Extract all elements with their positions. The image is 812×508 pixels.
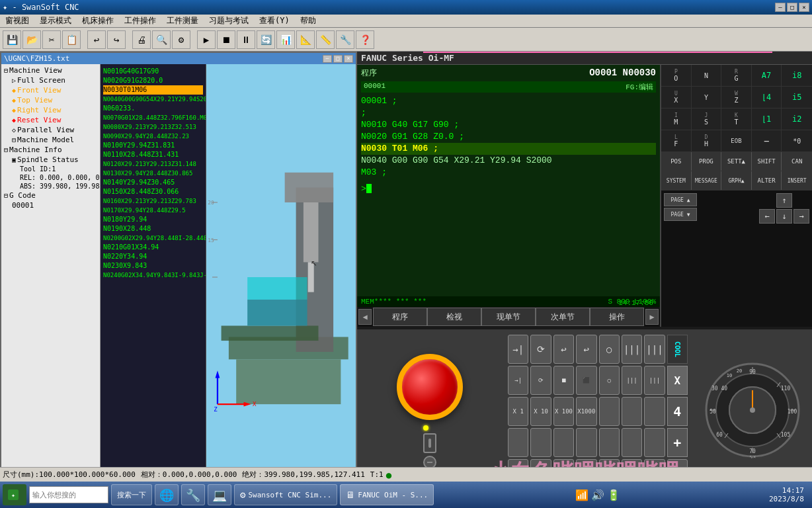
ctrl-btn-row4-1[interactable] [508, 428, 528, 457]
menu-help[interactable]: 帮助 [295, 15, 321, 27]
cnc-scroll-right[interactable]: ▶ [645, 309, 659, 325]
toolbar-btn-18[interactable]: ❓ [356, 30, 374, 49]
key-Y[interactable]: Y [692, 87, 722, 108]
key-ALTER[interactable]: ALTER [752, 171, 782, 190]
num-4-button[interactable]: 4 [667, 397, 688, 426]
ctrl-btn-row4-2[interactable] [530, 428, 551, 457]
menu-machine[interactable]: 机床操作 [77, 15, 119, 27]
menu-view[interactable]: 查看(Y) [254, 15, 295, 27]
fanuc-app-btn[interactable]: 🖥 FANUC OiM - S... [340, 484, 434, 505]
key-i5[interactable]: i5 [782, 87, 812, 108]
cnc-btn-single-block[interactable]: 现单节 [481, 308, 536, 326]
toolbar-btn-14[interactable]: 📊 [276, 30, 295, 49]
cad-maximize[interactable]: □ [333, 55, 343, 63]
cnc-btn-next-block[interactable]: 次单节 [536, 308, 590, 326]
key-POS[interactable]: POS [661, 152, 692, 171]
toolbar-btn-3[interactable]: ✂️ [42, 30, 61, 49]
ctrl-x1000-btn[interactable]: X1000 [576, 397, 596, 426]
key-PO[interactable]: PO [661, 65, 692, 86]
tree-machine-view[interactable]: ⊟Machine View [3, 65, 99, 75]
toolbar-btn-6[interactable]: ↪ [107, 30, 126, 49]
key-SHIFT[interactable]: SHIFT [752, 152, 782, 171]
ctrl-btn-r5[interactable]: ||| [644, 366, 665, 395]
toolbar-btn-2[interactable]: 📂 [22, 30, 41, 49]
ctrl-btn-stop[interactable]: ⏹ [553, 366, 574, 395]
cnc-scroll-left[interactable]: ◀ [358, 309, 372, 325]
key-DH[interactable]: DH [692, 130, 722, 151]
toolbar-btn-8[interactable]: 🔍 [152, 30, 171, 49]
taskbar-icon-2[interactable]: 🔧 [181, 484, 205, 505]
key-4-top[interactable]: ⌊4 [752, 87, 782, 108]
key-KT[interactable]: KT [721, 108, 752, 130]
key-JS[interactable]: JS [692, 108, 722, 130]
key-LF[interactable]: LF [661, 130, 692, 151]
key-INSERT[interactable]: INSERT [782, 171, 812, 190]
key-WZ[interactable]: WZ [721, 87, 752, 108]
ctrl-btn-2[interactable]: ⟳ [530, 335, 551, 364]
cnc-btn-program[interactable]: 程序 [373, 308, 427, 326]
toolbar-btn-11[interactable]: ⏹ [217, 30, 235, 49]
key-i8[interactable]: i8 [782, 65, 812, 86]
menu-window[interactable]: 窗视图 [0, 15, 34, 27]
ctrl-btn-7[interactable]: ||| [644, 335, 665, 364]
key-CAN[interactable]: CAN [782, 152, 812, 171]
ctrl-btn-1[interactable]: →| [508, 335, 528, 364]
cnc-btn-check[interactable]: 检视 [427, 308, 481, 326]
plus-button[interactable]: + [667, 428, 688, 457]
taskbar-icon-1[interactable]: 🌐 [155, 484, 179, 505]
toolbar-btn-5[interactable]: ↩ [87, 30, 106, 49]
tree-parallel-view[interactable]: ◇Parallel View [3, 125, 99, 135]
key-i2[interactable]: i2 [782, 108, 812, 130]
key-minus[interactable]: − [752, 130, 782, 151]
key-PROG[interactable]: PROG [692, 152, 722, 171]
taskbar-start[interactable]: ✦ [3, 484, 26, 505]
page-up-key[interactable]: PAGE ▲ [664, 193, 697, 206]
key-star0[interactable]: *0 [782, 130, 812, 151]
tree-gcode[interactable]: ⊟G Code [3, 190, 99, 200]
arrow-left-key[interactable]: ← [759, 209, 775, 224]
key-A7[interactable]: A7 [752, 65, 782, 86]
ctrl-x10-btn[interactable]: X 10 [530, 397, 551, 426]
minimize-btn[interactable]: – [775, 3, 786, 12]
toolbar-btn-17[interactable]: 🔧 [336, 30, 354, 49]
menu-display[interactable]: 显示模式 [34, 15, 77, 27]
key-MESSAGE[interactable]: MESSAGE [692, 171, 722, 190]
ctrl-btn-4[interactable]: ↩ [576, 335, 596, 364]
arrow-down-key[interactable]: ↓ [776, 209, 792, 224]
ctrl-btn-r4[interactable]: ||| [622, 366, 642, 395]
viewport-3d[interactable]: 20 15 Z X ↖ Z X wanSoft CNC [206, 64, 356, 490]
ctrl-x1-btn[interactable]: X 1 [508, 397, 528, 426]
ctrl-btn-r3b[interactable] [622, 397, 642, 426]
ctrl-btn-row4-6[interactable] [622, 428, 642, 457]
key-GRPH[interactable]: GRPH▲ [721, 171, 752, 190]
tree-machine-model[interactable]: ⊟Machine Model [3, 135, 99, 145]
tree-machine-info[interactable]: ⊟Machine Info [3, 145, 99, 155]
key-UX[interactable]: UX [661, 87, 692, 108]
ctrl-btn-rev[interactable]: ⟳ [530, 366, 551, 395]
ctrl-btn-6[interactable]: ||| [622, 335, 642, 364]
toolbar-btn-16[interactable]: 📏 [316, 30, 335, 49]
ctrl-btn-r2[interactable]: ⬛ [576, 366, 596, 395]
key-IM[interactable]: IM [661, 108, 692, 130]
cad-close[interactable]: × [344, 55, 353, 63]
key-SETT[interactable]: SETT▲ [721, 152, 752, 171]
toolbar-btn-1[interactable]: 💾 [3, 30, 21, 49]
tree-full-screen[interactable]: ▷Full Screen [3, 75, 99, 85]
key-N[interactable]: N [692, 65, 722, 86]
ctrl-btn-row4-3[interactable] [553, 428, 574, 457]
key-EOB[interactable]: EOB [721, 130, 752, 151]
ctrl-btn-3[interactable]: ↩ [553, 335, 574, 364]
tree-front-view[interactable]: ◆Front View [3, 85, 99, 95]
toolbar-btn-12[interactable]: ⏸ [237, 30, 255, 49]
emergency-stop-button[interactable] [397, 354, 463, 420]
key-switch-1[interactable] [423, 433, 436, 453]
menu-workpiece[interactable]: 工件操作 [119, 15, 161, 27]
taskbar-icon-3[interactable]: 💻 [208, 484, 231, 505]
ctrl-btn-r3c[interactable] [644, 397, 665, 426]
key-1-top[interactable]: ⌊1 [752, 108, 782, 130]
ctrl-btn-row4-7[interactable] [644, 428, 665, 457]
ctrl-btn-r3a[interactable] [599, 397, 620, 426]
ctrl-btn-5[interactable]: ○ [599, 335, 620, 364]
key-SYSTEM[interactable]: SYSTEM [661, 171, 692, 190]
tree-top-view[interactable]: ◆Top View [3, 95, 99, 105]
